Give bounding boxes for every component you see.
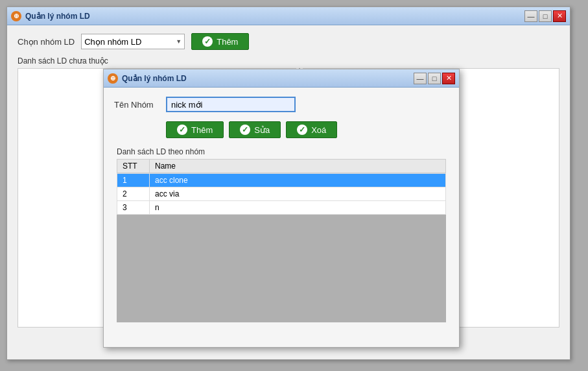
inner-maximize-button[interactable]: □ <box>428 73 441 84</box>
field-row: Tên Nhóm <box>114 97 449 112</box>
inner-title-left: ⊕ Quản lý nhóm LD <box>108 73 187 84</box>
table-row[interactable]: 1acc clone <box>117 174 446 187</box>
outer-title-buttons: — □ ✕ <box>524 10 566 22</box>
combo-arrow-icon: ▼ <box>176 38 182 45</box>
inner-table-section: Danh sách LD theo nhóm STT Name 1acc clo… <box>117 147 446 322</box>
table-label: Danh sách LD theo nhóm <box>117 147 446 156</box>
col-header-stt: STT <box>117 160 150 173</box>
inner-content: Tên Nhóm ✓ Thêm ✓ Sửa ✓ Xoá Danh sách L <box>104 88 459 331</box>
outer-top-row: Chọn nhóm LD Chọn nhóm LD ▼ ✓ Thêm <box>18 33 559 50</box>
outer-title-left: ⊕ Quản lý nhóm LD <box>11 11 90 21</box>
inner-table-body: 1acc clone2acc via3n <box>117 173 446 215</box>
cell-name: n <box>150 201 446 215</box>
outer-close-button[interactable]: ✕ <box>553 10 566 22</box>
danh-sach-label: Danh sách LD chưa thuộc <box>18 56 559 66</box>
sua-icon: ✓ <box>240 125 250 135</box>
action-buttons-row: ✓ Thêm ✓ Sửa ✓ Xoá <box>114 121 449 138</box>
inner-window: ⊕ Quản lý nhóm LD — □ ✕ Tên Nhóm ✓ Thêm <box>103 69 460 348</box>
them-check-icon: ✓ <box>202 36 213 47</box>
chon-nhom-combo[interactable]: Chọn nhóm LD ▼ <box>81 34 185 49</box>
inner-title-bar: ⊕ Quản lý nhóm LD — □ ✕ <box>104 69 459 88</box>
outer-window: ⊕ Quản lý nhóm LD — □ ✕ Chọn nhóm LD Chọ… <box>6 6 570 360</box>
sua-button[interactable]: ✓ Sửa <box>229 121 281 138</box>
sua-label: Sửa <box>254 125 270 135</box>
table-row[interactable]: 3n <box>117 201 446 215</box>
cell-name: acc clone <box>150 174 446 187</box>
cell-name: acc via <box>150 187 446 201</box>
inner-title-buttons: — □ ✕ <box>414 73 455 84</box>
them-label: Thêm <box>191 125 213 135</box>
ten-nhom-input[interactable] <box>166 97 296 112</box>
them-icon: ✓ <box>177 125 187 135</box>
table-row[interactable]: 2acc via <box>117 187 446 201</box>
outer-title-text: Quản lý nhóm LD <box>25 12 90 21</box>
inner-minimize-button[interactable]: — <box>414 73 427 84</box>
xoa-button[interactable]: ✓ Xoá <box>286 121 337 138</box>
chon-nhom-label: Chọn nhóm LD <box>18 37 75 47</box>
outer-window-icon: ⊕ <box>11 11 21 21</box>
inner-close-button[interactable]: ✕ <box>442 73 455 84</box>
cell-stt: 2 <box>117 187 150 201</box>
them-button-inner[interactable]: ✓ Thêm <box>166 121 224 138</box>
xoa-label: Xoá <box>311 125 326 135</box>
them-button-outer[interactable]: ✓ Thêm <box>191 33 249 50</box>
xoa-icon: ✓ <box>297 125 307 135</box>
ten-nhom-label: Tên Nhóm <box>114 100 159 110</box>
inner-table: STT Name <box>117 159 446 173</box>
outer-title-bar: ⊕ Quản lý nhóm LD — □ ✕ <box>7 7 570 25</box>
inner-title-text: Quản lý nhóm LD <box>122 74 187 83</box>
cell-stt: 3 <box>117 201 150 215</box>
cell-stt: 1 <box>117 174 150 187</box>
combo-value: Chọn nhóm LD <box>84 37 141 47</box>
outer-minimize-button[interactable]: — <box>524 10 537 22</box>
table-body-wrapper: 1acc clone2acc via3n <box>117 173 446 322</box>
outer-maximize-button[interactable]: □ <box>539 10 552 22</box>
inner-window-icon: ⊕ <box>108 73 118 84</box>
col-header-name: Name <box>150 160 446 173</box>
them-button-label: Thêm <box>217 37 238 47</box>
